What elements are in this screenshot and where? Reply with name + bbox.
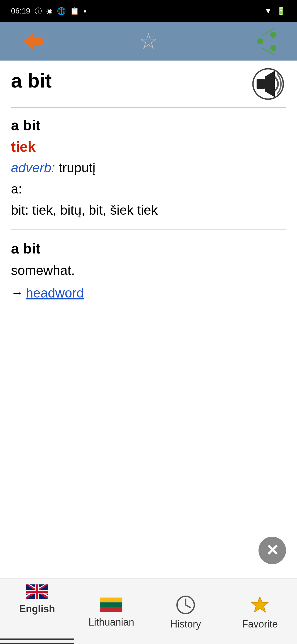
def1-headword: a bit [11,114,286,136]
globe-icon: 🌐 [57,7,66,15]
svg-marker-1 [265,71,275,97]
england-flag [26,584,48,599]
headword-link[interactable]: headword [26,282,84,304]
clock-icon [176,595,195,616]
share-icon [256,30,278,52]
tab-history-label: History [170,618,201,630]
tab-lithuanian-label: Lithuanian [89,616,134,628]
title-row: a bit [11,69,286,108]
active-underline [0,638,74,640]
svg-rect-12 [100,597,122,602]
flag-lt-icon [100,597,122,614]
svg-rect-14 [100,607,122,612]
svg-marker-18 [252,597,268,612]
bottom-nav: English Lithuanian History [0,578,297,644]
tab-history[interactable]: History [148,578,223,644]
history-clock-icon [176,595,195,615]
tab-lithuanian[interactable]: Lithuanian [74,578,148,644]
clipboard-icon: 📋 [70,7,79,15]
def1-pos-text: truputį [55,160,95,175]
svg-line-17 [186,605,190,607]
status-right: ▼ 🔋 [264,7,286,16]
flag-en-icon [26,584,48,601]
pronunciation-button[interactable] [250,66,286,102]
info-icon: ⓘ [35,6,42,16]
content: a bit a bit tiek adverb: truputį a: bit:… [0,61,297,313]
wifi-icon: ▼ [264,7,272,15]
back-arrow-icon [18,32,43,51]
svg-rect-11 [26,591,48,593]
def2-headword: a bit [11,238,286,259]
battery-icon: 🔋 [276,7,286,16]
close-button[interactable]: ✕ [258,537,286,564]
tab-english[interactable]: English [0,578,74,644]
arrow-icon: → [11,283,23,303]
mask-icon: ◉ [46,7,53,15]
svg-rect-13 [100,602,122,607]
lt-flag [100,597,122,613]
status-time: 06:19 [11,7,30,15]
favorite-button[interactable]: ☆ [135,28,162,55]
tab-favorite-label: Favorite [242,618,278,630]
def1-pos: adverb: truputį [11,157,286,179]
def1-forms: bit: tiek, bitų, bit, šiek tiek [11,200,286,221]
definition-block-2: a bit somewhat. → headword [11,238,286,312]
tab-english-label: English [19,603,55,615]
definition-block-1: a bit tiek adverb: truputį a: bit: tiek,… [11,114,286,230]
close-icon: ✕ [266,543,279,558]
svg-rect-0 [257,79,265,89]
status-left: 06:19 ⓘ ◉ 🌐 📋 ● [11,6,87,16]
def1-pos-label: adverb: [11,160,55,175]
favorite-star-svg [250,595,270,615]
favorite-star-icon [250,595,270,616]
dot-icon: ● [83,8,87,14]
def1-phonetic: a: [11,179,286,200]
share-button[interactable] [253,28,280,55]
back-button[interactable] [16,28,44,55]
tab-favorite[interactable]: Favorite [223,578,297,644]
word-title: a bit [11,69,52,92]
def2-description: somewhat. [11,259,286,282]
toolbar: ☆ [0,22,297,61]
status-bar: 06:19 ⓘ ◉ 🌐 📋 ● ▼ 🔋 [0,0,297,22]
speaker-icon [252,67,285,100]
def1-translation: tiek [11,136,286,157]
def2-link-row: → headword [11,282,286,304]
star-icon: ☆ [139,30,158,52]
